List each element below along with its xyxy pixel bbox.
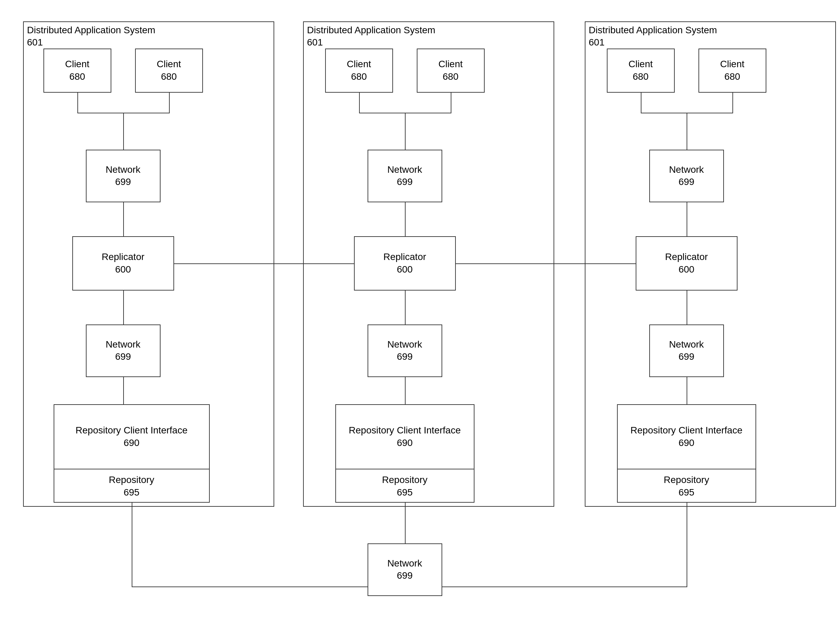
repository-left: Repository 695 [54,469,209,504]
client-left-1: Client 680 [43,49,111,93]
client-right-1: Client 680 [607,49,675,93]
client-right-2: Client 680 [698,49,766,93]
repository-center: Repository 695 [336,469,474,504]
network-bottom-center: Network 699 [368,543,442,596]
das-number-left: 601 [27,37,43,48]
das-number-right: 601 [589,37,605,48]
repo-client-left: Repository Client Interface 690 [54,405,209,469]
das-label-left: Distributed Application System [27,25,155,36]
das-number-center: 601 [307,37,323,48]
network-right-bottom: Network 699 [649,325,724,377]
repo-combined-center: Repository Client Interface 690 Reposito… [335,404,474,503]
repo-combined-right: Repository Client Interface 690 Reposito… [617,404,756,503]
architecture-diagram: Distributed Application System 601 Clien… [13,11,827,622]
client-left-2: Client 680 [135,49,203,93]
das-label-center: Distributed Application System [307,25,436,36]
repo-combined-left: Repository Client Interface 690 Reposito… [54,404,210,503]
repository-right: Repository 695 [618,469,755,504]
das-label-right: Distributed Application System [589,25,717,36]
network-center-bottom: Network 699 [368,325,442,377]
network-center-top: Network 699 [368,150,442,202]
replicator-center: Replicator 600 [354,236,456,290]
network-left-top: Network 699 [86,150,161,202]
replicator-right: Replicator 600 [636,236,737,290]
replicator-left: Replicator 600 [72,236,174,290]
client-center-1: Client 680 [325,49,393,93]
repo-client-right: Repository Client Interface 690 [618,405,755,469]
repo-client-center: Repository Client Interface 690 [336,405,474,469]
network-right-top: Network 699 [649,150,724,202]
client-center-2: Client 680 [417,49,485,93]
network-left-bottom: Network 699 [86,325,161,377]
